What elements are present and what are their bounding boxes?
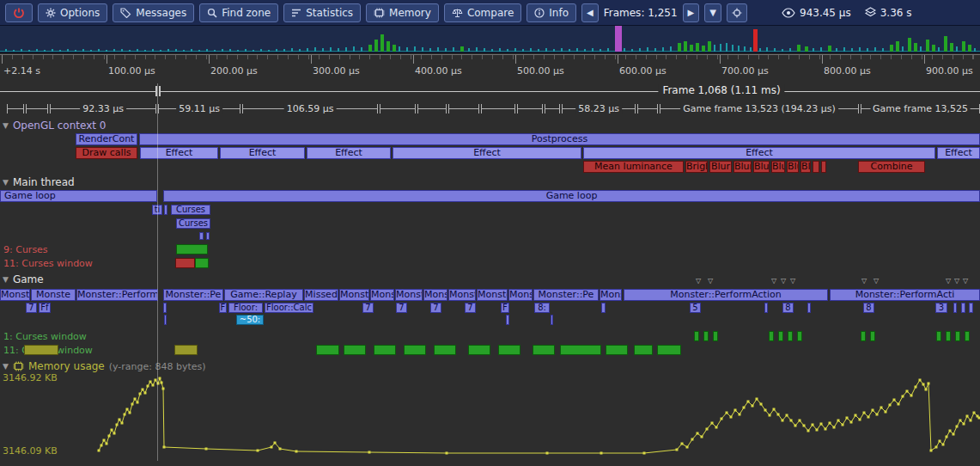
- frame-time-bar[interactable]: [268, 50, 270, 52]
- frame-time-bar[interactable]: [968, 45, 971, 52]
- frame-time-bar[interactable]: [714, 45, 715, 52]
- frame-time-bar[interactable]: [67, 49, 69, 52]
- lock-label[interactable]: 11: Curses window: [3, 258, 93, 269]
- zone-bar[interactable]: Effect: [937, 147, 980, 159]
- subframe-marker[interactable]: 106.59 µs: [242, 104, 378, 113]
- zone-bar[interactable]: [601, 303, 606, 313]
- zone-bar[interactable]: [769, 331, 774, 341]
- frame-time-bar[interactable]: [797, 45, 800, 52]
- zone-bar[interactable]: [953, 303, 957, 313]
- frame-time-bar[interactable]: [926, 40, 929, 52]
- frame-time-bar[interactable]: [561, 48, 563, 52]
- zone-bar[interactable]: [404, 345, 426, 355]
- zone-bar[interactable]: [560, 345, 601, 355]
- frame-time-bar[interactable]: [484, 48, 485, 52]
- zone-bar[interactable]: Floor::Calc: [265, 303, 313, 313]
- frame-time-bar[interactable]: [338, 48, 339, 52]
- zone-bar[interactable]: Blur: [800, 161, 811, 173]
- frame-time-bar[interactable]: [121, 49, 123, 52]
- subframe-marker[interactable]: Game frame 13,525: [861, 104, 980, 113]
- frame-time-bar[interactable]: [678, 43, 681, 52]
- frame-time-bar[interactable]: [260, 49, 262, 52]
- zone-bar[interactable]: [206, 232, 210, 240]
- memory-usage-plot[interactable]: [0, 375, 980, 461]
- frame-time-bar[interactable]: [902, 46, 904, 52]
- zone-bar[interactable]: Mean luminance: [583, 161, 684, 173]
- zone-bar[interactable]: Blur: [753, 161, 770, 173]
- zone-bar[interactable]: [468, 345, 490, 355]
- collapse-icon[interactable]: ▼: [3, 362, 9, 371]
- zone-bar[interactable]: 8: [863, 303, 874, 313]
- frame-time-bar[interactable]: [98, 49, 100, 52]
- zone-bar[interactable]: ~50:: [236, 315, 264, 325]
- zone-bar[interactable]: RenderCont: [76, 133, 137, 145]
- zone-bar[interactable]: [861, 331, 866, 341]
- frame-time-bar[interactable]: [106, 50, 107, 52]
- frame-time-bar[interactable]: [759, 48, 761, 52]
- frame-time-bar[interactable]: [237, 50, 239, 52]
- frame-time-bar[interactable]: [399, 46, 400, 52]
- zone-bar[interactable]: [694, 331, 699, 341]
- zone-bar[interactable]: [344, 345, 366, 355]
- frame-time-bar[interactable]: [330, 47, 332, 52]
- frame-time-bar[interactable]: [314, 47, 316, 52]
- goto-frame-button[interactable]: [727, 3, 747, 22]
- frame-time-bar[interactable]: [129, 50, 131, 52]
- zone-bar[interactable]: Monster::Pe: [163, 289, 223, 301]
- zone-bar[interactable]: Blur: [771, 161, 785, 173]
- frame-label[interactable]: Frame 1,068 (1.11 ms): [658, 84, 784, 96]
- message-marker-icon[interactable]: ▽: [946, 277, 951, 285]
- next-frame-button[interactable]: ▶: [683, 3, 700, 22]
- message-marker-icon[interactable]: ▽: [873, 277, 879, 285]
- frame-time-bar[interactable]: [867, 48, 868, 52]
- frame-time-bar[interactable]: [766, 47, 768, 52]
- message-marker-icon[interactable]: ▽: [696, 277, 701, 285]
- message-marker-icon[interactable]: ▽: [963, 277, 968, 285]
- collapse-icon[interactable]: ▼: [3, 121, 9, 130]
- frame-time-bar[interactable]: [805, 46, 808, 52]
- subframe-marker[interactable]: [448, 104, 479, 113]
- subframe-marker[interactable]: [26, 104, 48, 113]
- frame-time-bar[interactable]: [607, 48, 609, 52]
- zone-bar[interactable]: Monster::PerformA: [76, 289, 158, 301]
- zone-bar[interactable]: [703, 331, 709, 341]
- frame-time-bar[interactable]: [789, 48, 791, 52]
- zone-bar[interactable]: [506, 315, 509, 325]
- frame-time-bar[interactable]: [908, 38, 911, 52]
- compare-button[interactable]: Compare: [444, 3, 521, 22]
- frame-time-bar[interactable]: [600, 49, 601, 52]
- frame-time-bar[interactable]: [253, 50, 254, 52]
- frame-time-bar[interactable]: [13, 50, 15, 52]
- frame-time-bar[interactable]: [422, 47, 423, 52]
- frame-time-bar[interactable]: [569, 49, 570, 52]
- frame-time-bar[interactable]: [956, 46, 958, 52]
- zone-bar[interactable]: 7: [465, 303, 476, 313]
- frame-time-bar[interactable]: [113, 49, 115, 52]
- zone-bar[interactable]: 8:: [534, 303, 550, 313]
- subframe-marker[interactable]: [517, 104, 543, 113]
- frame-time-bar[interactable]: [631, 49, 633, 52]
- frame-time-bar[interactable]: [615, 26, 622, 52]
- frame-time-bar[interactable]: [576, 48, 578, 52]
- frame-time-bar[interactable]: [137, 49, 138, 52]
- zone-bar[interactable]: [164, 205, 167, 215]
- zone-bar[interactable]: [551, 315, 553, 325]
- frame-time-bar[interactable]: [938, 47, 940, 52]
- frame-time-bar[interactable]: [774, 48, 776, 52]
- frame-time-bar[interactable]: [782, 49, 783, 52]
- info-button[interactable]: Info: [527, 3, 576, 22]
- zone-bar[interactable]: Ff: [39, 303, 51, 313]
- zone-bar[interactable]: [657, 345, 681, 355]
- zone-bar[interactable]: [634, 345, 653, 355]
- frame-time-bar[interactable]: [437, 47, 439, 52]
- zone-bar[interactable]: F: [501, 303, 509, 313]
- zone-bar[interactable]: [434, 345, 456, 355]
- lock-label[interactable]: 9: Curses: [3, 244, 48, 255]
- frame-time-bar[interactable]: [206, 49, 208, 52]
- frame-time-bar[interactable]: [90, 50, 92, 52]
- zone-bar[interactable]: 7: [430, 303, 441, 313]
- frame-time-bar[interactable]: [374, 40, 378, 52]
- frame-time-bar[interactable]: [175, 49, 177, 52]
- frame-time-bar[interactable]: [974, 48, 976, 52]
- message-marker-icon[interactable]: ▽: [771, 277, 776, 285]
